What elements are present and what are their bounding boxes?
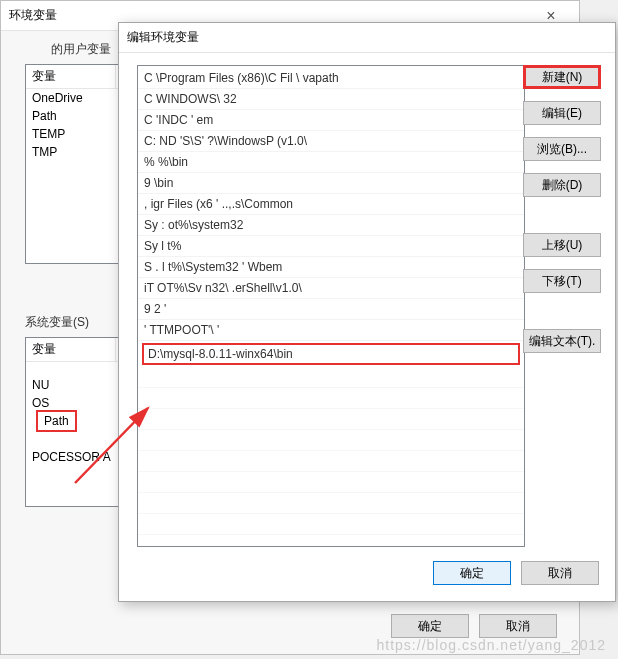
edit-env-var-dialog: 编辑环境变量 C \Program Files (x86)\C Fil \ va…: [118, 22, 616, 602]
dialog-title: 编辑环境变量: [127, 29, 199, 46]
move-down-button[interactable]: 下移(T): [523, 269, 601, 293]
move-up-button[interactable]: 上移(U): [523, 233, 601, 257]
list-item[interactable]: [138, 367, 524, 388]
list-item[interactable]: S . l t%\System32 ' Wbem: [138, 257, 524, 278]
list-item[interactable]: [138, 493, 524, 514]
dialog-title: 环境变量: [9, 7, 57, 24]
list-item[interactable]: iT OT%\Sv n32\ .erShell\v1.0\: [138, 278, 524, 299]
edit-button[interactable]: 编辑(E): [523, 101, 601, 125]
delete-button[interactable]: 删除(D): [523, 173, 601, 197]
titlebar-front: 编辑环境变量: [119, 23, 615, 53]
cancel-button[interactable]: 取消: [479, 614, 557, 638]
list-item[interactable]: C 'INDC ' em: [138, 110, 524, 131]
edit-text-button[interactable]: 编辑文本(T).: [523, 329, 601, 353]
column-header-variable[interactable]: 变量: [26, 338, 116, 361]
cancel-button[interactable]: 取消: [521, 561, 599, 585]
list-item[interactable]: C \Program Files (x86)\C Fil \ vapath: [138, 68, 524, 89]
button-column: 新建(N) 编辑(E) 浏览(B)... 删除(D) 上移(U) 下移(T) 编…: [523, 65, 601, 365]
ok-button[interactable]: 确定: [433, 561, 511, 585]
browse-button[interactable]: 浏览(B)...: [523, 137, 601, 161]
list-item[interactable]: [138, 514, 524, 535]
list-item[interactable]: [138, 430, 524, 451]
ok-button[interactable]: 确定: [391, 614, 469, 638]
list-item[interactable]: 9 \bin: [138, 173, 524, 194]
list-item[interactable]: Sy l t%: [138, 236, 524, 257]
list-item-highlighted[interactable]: D:\mysql-8.0.11-winx64\bin: [142, 343, 520, 365]
system-var-path-highlighted: Path: [36, 410, 77, 432]
list-item[interactable]: [138, 388, 524, 409]
watermark-text: https://blog.csdn.net/yang_2012: [377, 637, 606, 653]
list-item[interactable]: [138, 451, 524, 472]
list-item[interactable]: C: ND 'S\S' ?\WindowsP (v1.0\: [138, 131, 524, 152]
column-header-variable[interactable]: 变量: [26, 65, 116, 88]
list-item[interactable]: 9 2 ': [138, 299, 524, 320]
list-item[interactable]: % %\bin: [138, 152, 524, 173]
list-item[interactable]: Sy : ot%\system32: [138, 215, 524, 236]
list-item[interactable]: , igr Files (x6 ' ..,.s\Common: [138, 194, 524, 215]
list-item[interactable]: [138, 472, 524, 493]
list-item[interactable]: C WINDOWS\ 32: [138, 89, 524, 110]
list-item[interactable]: [138, 409, 524, 430]
path-list[interactable]: C \Program Files (x86)\C Fil \ vapathC W…: [137, 65, 525, 547]
list-item[interactable]: ' TTMPOOT'\ ': [138, 320, 524, 341]
new-button[interactable]: 新建(N): [523, 65, 601, 89]
